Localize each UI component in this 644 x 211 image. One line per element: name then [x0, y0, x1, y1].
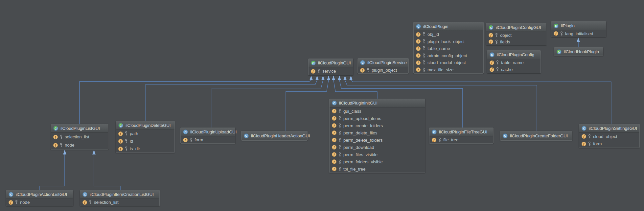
class-header[interactable]: CilCloudPluginConfigGUI: [486, 23, 546, 32]
class-header[interactable]: CilCloudPluginInitGUI: [330, 99, 425, 107]
field-row[interactable]: fperm_upload_items: [330, 115, 425, 122]
class-header[interactable]: CilCloudPluginService: [358, 59, 408, 67]
key-icon: [89, 200, 92, 205]
field-row[interactable]: fmax_file_size: [414, 66, 483, 74]
field-row[interactable]: fpath: [116, 130, 174, 137]
field-name: perm_delete_files: [343, 130, 377, 135]
class-name: ilCloudPluginSettingsGUI: [589, 126, 637, 131]
class-box-ilPlugin[interactable]: CilPluginflang_initialised: [551, 21, 606, 37]
class-name: ilCloudPluginConfigGUI: [496, 25, 541, 30]
field-row[interactable]: fid: [116, 137, 174, 145]
class-box-ilCloudPluginHeaderActionGUI[interactable]: CilCloudPluginHeaderActionGUI: [241, 131, 308, 141]
class-header[interactable]: CilCloudPluginListGUI: [51, 124, 108, 133]
class-header[interactable]: CilCloudPluginActionListGUI: [6, 190, 73, 199]
class-box-ilCloudPluginGUI[interactable]: CilCloudPluginGUIfservice: [308, 59, 353, 75]
class-header[interactable]: CilCloudPluginSettingsGUI: [579, 124, 639, 133]
field-name: selection_list: [94, 200, 119, 205]
field-row[interactable]: fadmin_config_object: [414, 52, 483, 59]
key-icon: [338, 159, 341, 164]
field-icon: f: [416, 60, 421, 65]
field-row[interactable]: fperm_delete_files: [330, 129, 425, 136]
class-box-ilCloudPluginService[interactable]: CilCloudPluginServicefplugin_object: [357, 58, 409, 74]
class-icon: C: [416, 24, 421, 29]
field-row[interactable]: flang_initialised: [551, 30, 606, 37]
field-name: file_tree: [443, 137, 458, 142]
class-name: ilCloudPlugin: [423, 24, 448, 29]
field-row[interactable]: ffile_tree: [429, 136, 493, 143]
field-name: perm_folders_visible: [343, 159, 383, 164]
field-row[interactable]: fnode: [51, 141, 108, 149]
class-header[interactable]: CilCloudPluginConfig: [487, 51, 540, 59]
field-row[interactable]: fperm_create_folders: [330, 122, 425, 129]
field-row[interactable]: ffields: [486, 38, 546, 45]
field-row[interactable]: fform: [579, 140, 639, 148]
field-row[interactable]: fcache: [487, 66, 540, 73]
class-header[interactable]: CilPlugin: [551, 22, 606, 30]
class-icon: C: [311, 60, 316, 65]
field-icon: f: [416, 39, 421, 44]
field-icon: f: [489, 39, 493, 44]
field-icon: f: [489, 33, 493, 37]
class-box-ilCloudPluginListGUI[interactable]: CilCloudPluginListGUIfselection_listfnod…: [51, 124, 108, 150]
edge-ilCloudPluginListGUI-to-ilCloudPluginGUI: [80, 76, 311, 124]
field-name: selection_list: [65, 134, 89, 139]
field-row[interactable]: fperm_files_visible: [330, 151, 425, 158]
field-row[interactable]: fperm_delete_folders: [330, 136, 425, 144]
field-row[interactable]: fform: [181, 136, 235, 143]
field-icon: f: [582, 142, 586, 146]
class-header[interactable]: CilCloudPluginItemCreationListGUI: [80, 190, 159, 199]
class-header[interactable]: CilCloudPluginFileTreeGUI: [429, 128, 493, 136]
class-box-ilCloudPluginDeleteGUI[interactable]: CilCloudPluginDeleteGUIfpathfidfis_dir: [116, 121, 175, 153]
class-icon: C: [432, 129, 437, 134]
field-row[interactable]: fcloud_object: [579, 133, 639, 140]
field-row[interactable]: fgui_class: [330, 107, 425, 115]
field-name: perm_delete_folders: [343, 138, 382, 143]
uml-diagram-canvas[interactable]: CilCloudPluginGUIfserviceCilCloudPluginS…: [0, 0, 644, 211]
field-icon: f: [183, 138, 188, 142]
class-box-ilCloudPluginConfig[interactable]: CilCloudPluginConfigftable_namefcache: [487, 50, 541, 73]
class-box-ilCloudPluginItemCreationListGUI[interactable]: CilCloudPluginItemCreationListGUIfselect…: [80, 190, 160, 206]
class-box-ilCloudHookPlugin[interactable]: CilCloudHookPlugin: [554, 47, 603, 56]
class-icon: C: [9, 192, 13, 197]
field-row[interactable]: fperm_download: [330, 144, 425, 151]
field-icon: f: [432, 138, 436, 142]
field-icon: f: [554, 31, 558, 36]
field-name: cache: [501, 67, 513, 72]
field-icon: f: [118, 139, 123, 144]
field-icon: f: [53, 135, 58, 139]
field-row[interactable]: fservice: [309, 67, 353, 75]
field-row[interactable]: fobject: [486, 32, 546, 38]
field-row[interactable]: fobj_id: [414, 31, 483, 38]
field-row[interactable]: fnode: [6, 199, 73, 206]
field-row[interactable]: ftpl_file_tree: [330, 165, 425, 173]
field-row[interactable]: fselection_list: [51, 133, 108, 141]
field-name: perm_files_visible: [343, 152, 378, 157]
field-row[interactable]: fcloud_modul_object: [414, 59, 483, 66]
class-box-ilCloudPlugin[interactable]: CilCloudPluginfobj_idfplugin_hook_object…: [413, 22, 484, 74]
field-name: plugin_hook_object: [427, 39, 465, 44]
class-header[interactable]: CilCloudHookPlugin: [554, 48, 603, 56]
field-name: plugin_object: [372, 68, 397, 73]
class-header[interactable]: CilCloudPlugin: [414, 22, 483, 31]
edge-ilCloudPluginItemCreationListGUI-to-ilCloudPluginListGUI: [94, 150, 120, 190]
field-row[interactable]: fperm_folders_visible: [330, 158, 425, 165]
class-box-ilCloudPluginActionListGUI[interactable]: CilCloudPluginActionListGUIfnode: [6, 190, 73, 206]
field-row[interactable]: ftable_name: [487, 59, 540, 66]
class-header[interactable]: CilCloudPluginDeleteGUI: [116, 121, 174, 130]
class-box-ilCloudPluginFileTreeGUI[interactable]: CilCloudPluginFileTreeGUIffile_tree: [429, 128, 494, 144]
class-header[interactable]: CilCloudPluginUploadGUI: [181, 128, 235, 136]
class-box-ilCloudPluginSettingsGUI[interactable]: CilCloudPluginSettingsGUIfcloud_objectff…: [579, 124, 640, 148]
class-box-ilCloudPluginConfigGUI[interactable]: CilCloudPluginConfigGUIfobjectffields: [486, 23, 546, 45]
class-box-ilCloudPluginInitGUI[interactable]: CilCloudPluginInitGUIfgui_classfperm_upl…: [329, 99, 425, 173]
key-icon: [338, 138, 341, 143]
field-row[interactable]: fplugin_object: [358, 67, 408, 73]
field-row[interactable]: fis_dir: [116, 145, 174, 152]
class-box-ilCloudPluginUploadGUI[interactable]: CilCloudPluginUploadGUIfform: [180, 128, 235, 144]
field-row[interactable]: fplugin_hook_object: [414, 38, 483, 45]
class-box-ilCloudPluginCreateFolderGUI[interactable]: CilCloudPluginCreateFolderGUI: [500, 131, 572, 141]
class-header[interactable]: CilCloudPluginCreateFolderGUI: [500, 131, 572, 140]
class-header[interactable]: CilCloudPluginHeaderActionGUI: [242, 131, 307, 140]
field-row[interactable]: ftable_name: [414, 45, 483, 52]
field-row[interactable]: fselection_list: [80, 199, 159, 206]
class-header[interactable]: CilCloudPluginGUI: [309, 59, 353, 67]
